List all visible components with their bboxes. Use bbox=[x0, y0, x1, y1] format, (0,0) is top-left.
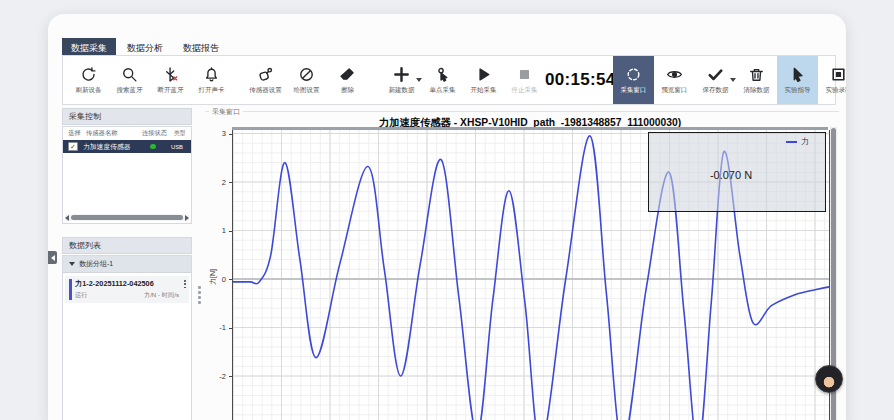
plot-settings-label: 绘图设置 bbox=[294, 86, 320, 95]
search-bluetooth-label: 搜索蓝牙 bbox=[117, 86, 143, 95]
col-conn-status: 连接状态 bbox=[135, 129, 171, 138]
data-list-header: 数据列表 bbox=[62, 237, 192, 254]
plot-settings-button[interactable]: 绘图设置 bbox=[286, 57, 327, 103]
save-data-button[interactable]: 保存数据 bbox=[695, 57, 736, 103]
clear-data-label: 清除数据 bbox=[744, 86, 770, 95]
y-axis-label: 力[N] bbox=[208, 262, 218, 292]
bluetooth-off-icon bbox=[162, 66, 179, 83]
erase-button[interactable]: 擦除 bbox=[327, 57, 368, 103]
panel-splitter-handle[interactable] bbox=[198, 286, 201, 304]
scroll-left-icon[interactable] bbox=[65, 215, 69, 221]
save-data-label: 保存数据 bbox=[703, 86, 729, 95]
sensor-name: 力加速度传感器 bbox=[83, 142, 135, 152]
data-item-title: 力1-2-20251112-042506 bbox=[75, 279, 179, 289]
data-list: 数据分组-1 力1-2-20251112-042506 运行 力/N - 时间/… bbox=[62, 255, 192, 420]
y-tick-mark bbox=[229, 376, 232, 377]
collect-timer: 00:15:54 bbox=[545, 70, 613, 90]
capture-window-label: 采集窗口 bbox=[621, 86, 647, 95]
legend-label: 力 bbox=[801, 136, 809, 147]
app-window: 数据采集 数据分析 数据报告 刷新设备搜索蓝牙断开蓝牙打开声卡传感器设置绘图设置… bbox=[48, 14, 846, 420]
support-avatar-button[interactable] bbox=[815, 365, 843, 393]
sensor-settings-label: 传感器设置 bbox=[249, 86, 282, 95]
capture-window-button[interactable]: 采集窗口 bbox=[613, 56, 654, 104]
start-collect-label: 开始采集 bbox=[471, 86, 497, 95]
chevron-down-icon bbox=[69, 262, 75, 266]
search-bluetooth-button[interactable]: 搜索蓝牙 bbox=[109, 57, 150, 103]
experiment-guide-label: 实验指导 bbox=[785, 86, 811, 95]
data-group-label: 数据分组-1 bbox=[79, 259, 113, 269]
preview-window-label: 预览窗口 bbox=[662, 86, 688, 95]
sensor-icon bbox=[257, 66, 274, 83]
y-tick-label: 2 bbox=[204, 178, 226, 187]
hscroll-thumb[interactable] bbox=[71, 215, 183, 220]
collect-control-header: 采集控制 bbox=[62, 108, 192, 125]
y-tick-mark bbox=[229, 231, 232, 232]
col-select: 选择 bbox=[63, 129, 83, 138]
scroll-right-icon[interactable] bbox=[185, 215, 189, 221]
table-row[interactable]: ✓ 力加速度传感器 USB bbox=[63, 140, 191, 153]
table-hscrollbar[interactable] bbox=[65, 214, 189, 221]
item-menu-icon[interactable] bbox=[184, 280, 186, 288]
y-tick-mark bbox=[229, 182, 232, 183]
preview-window-button[interactable]: 预览窗口 bbox=[654, 57, 695, 103]
col-type: 类型 bbox=[171, 129, 191, 138]
check-icon bbox=[707, 66, 724, 83]
search-icon bbox=[121, 66, 138, 83]
trash-icon bbox=[748, 66, 765, 83]
sensor-type: USB bbox=[171, 144, 191, 150]
erase-label: 擦除 bbox=[341, 86, 354, 95]
new-data-label: 新建数据 bbox=[389, 86, 415, 95]
open-soundcard-label: 打开声卡 bbox=[199, 86, 225, 95]
sensor-settings-button[interactable]: 传感器设置 bbox=[245, 57, 286, 103]
disconnect-bluetooth-button[interactable]: 断开蓝牙 bbox=[150, 57, 191, 103]
new-data-button[interactable]: 新建数据 bbox=[381, 57, 422, 103]
data-group-row[interactable]: 数据分组-1 bbox=[63, 256, 191, 273]
y-tick-mark bbox=[229, 134, 232, 135]
collapse-left-icon bbox=[51, 255, 55, 261]
play-icon bbox=[475, 66, 492, 83]
stop-collect-label: 停止采集 bbox=[512, 86, 538, 95]
eraser-icon bbox=[339, 66, 356, 83]
cursor-icon bbox=[789, 66, 806, 83]
open-soundcard-button[interactable]: 打开声卡 bbox=[191, 57, 232, 103]
eye-icon bbox=[666, 66, 683, 83]
chart-groupbox-border bbox=[205, 111, 839, 112]
plus-icon bbox=[393, 66, 410, 83]
col-sensor-name: 传感器名称 bbox=[83, 129, 135, 138]
dashed-circle-icon bbox=[625, 66, 642, 83]
circle-slash-icon bbox=[298, 66, 315, 83]
refresh-device-label: 刷新设备 bbox=[76, 86, 102, 95]
sensor-checkbox[interactable]: ✓ bbox=[68, 142, 78, 152]
chart-legend: 力 bbox=[786, 136, 809, 147]
y-tick-label: 3 bbox=[204, 129, 226, 138]
sensor-table-header: 选择 传感器名称 连接状态 类型 bbox=[63, 127, 191, 140]
data-item-axes: 力/N - 时间/s bbox=[144, 291, 179, 300]
sensor-table: 选择 传感器名称 连接状态 类型 ✓ 力加速度传感器 USB bbox=[62, 126, 192, 224]
clear-data-button[interactable]: 清除数据 bbox=[736, 57, 777, 103]
value-annotation: -0.070 N bbox=[685, 169, 777, 181]
y-tick-mark bbox=[229, 328, 232, 329]
start-collect-button[interactable]: 开始采集 bbox=[463, 57, 504, 103]
record-icon bbox=[830, 66, 846, 83]
y-tick-label: -2 bbox=[204, 372, 226, 381]
single-point-collect-label: 单点采集 bbox=[430, 86, 456, 95]
data-item-status: 运行 bbox=[75, 291, 87, 300]
legend-line-swatch bbox=[786, 141, 797, 143]
experiment-record-label: 实验录制 bbox=[826, 86, 847, 95]
y-tick-label: -1 bbox=[204, 323, 226, 332]
sidebar-collapse-button[interactable] bbox=[48, 251, 57, 264]
tap-icon bbox=[434, 66, 451, 83]
refresh-device-button[interactable]: 刷新设备 bbox=[68, 57, 109, 103]
experiment-guide-button[interactable]: 实验指导 bbox=[777, 56, 818, 104]
stop-collect-button[interactable]: 停止采集 bbox=[504, 57, 545, 103]
disconnect-bluetooth-label: 断开蓝牙 bbox=[158, 86, 184, 95]
list-item[interactable]: 力1-2-20251112-042506 运行 力/N - 时间/s bbox=[65, 276, 189, 303]
toolbar: 刷新设备搜索蓝牙断开蓝牙打开声卡传感器设置绘图设置擦除新建数据单点采集开始采集停… bbox=[62, 55, 836, 105]
y-tick-label: 1 bbox=[204, 226, 226, 235]
single-point-collect-button[interactable]: 单点采集 bbox=[422, 57, 463, 103]
experiment-record-button[interactable]: 实验录制 bbox=[818, 57, 846, 103]
y-tick-mark bbox=[229, 279, 232, 280]
stop-icon bbox=[516, 66, 533, 83]
refresh-icon bbox=[80, 66, 97, 83]
bell-icon bbox=[203, 66, 220, 83]
